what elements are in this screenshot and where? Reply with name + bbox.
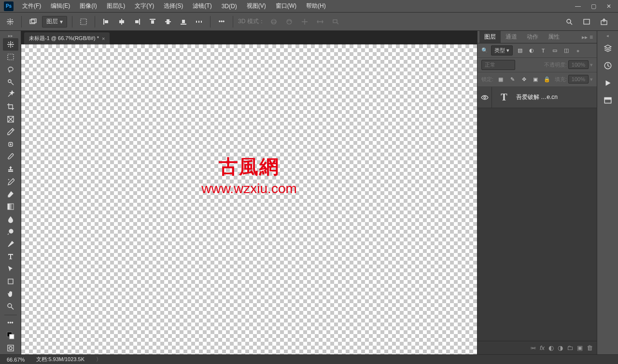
crop-tool[interactable] (3, 100, 18, 113)
adjustment-layer-icon[interactable]: ◑ (558, 344, 563, 351)
menu-3d[interactable]: 3D(D) (217, 1, 242, 12)
3d-roll-icon[interactable] (283, 15, 295, 28)
layer-mask-icon[interactable]: ◐ (548, 344, 554, 351)
lock-artboard-icon[interactable]: ▣ (531, 75, 540, 84)
panel-collapse-icon[interactable]: ▸▸ (582, 34, 588, 41)
marquee-tool[interactable] (3, 51, 18, 63)
frame-tool[interactable] (3, 113, 18, 126)
filter-smart-icon[interactable]: ◫ (562, 46, 571, 55)
window-close-button[interactable]: ✕ (602, 1, 616, 11)
menu-filter[interactable]: 滤镜(T) (188, 0, 216, 12)
lock-brush-icon[interactable]: ✎ (508, 75, 517, 84)
tab-actions[interactable]: 动作 (522, 31, 543, 43)
new-layer-icon[interactable]: ▣ (577, 344, 583, 351)
eyedropper-tool[interactable] (3, 126, 18, 138)
history-brush-tool[interactable] (3, 175, 18, 188)
collapsed-properties-icon[interactable] (600, 93, 616, 108)
layer-group-icon[interactable]: 🗀 (567, 344, 573, 351)
auto-select-dropdown[interactable]: 图层▾ (42, 16, 67, 28)
window-maximize-button[interactable]: ▢ (586, 1, 601, 11)
share-icon[interactable] (598, 15, 610, 28)
filter-search-icon[interactable]: 🔍 (481, 47, 488, 54)
menu-layer[interactable]: 图层(L) (102, 0, 130, 12)
toolbar-collapse-toggle[interactable]: ▸▸ (0, 33, 21, 38)
auto-select-icon[interactable] (27, 15, 39, 28)
current-tool-icon[interactable] (4, 15, 16, 28)
tab-properties[interactable]: 属性 (543, 31, 564, 43)
path-select-tool[interactable] (3, 263, 18, 275)
link-layers-icon[interactable]: ⫘ (530, 344, 536, 351)
lock-position-icon[interactable]: ✥ (520, 75, 528, 84)
gradient-tool[interactable] (3, 200, 18, 213)
color-swatches[interactable] (3, 329, 18, 342)
3d-pan-icon[interactable] (298, 15, 311, 28)
lock-pixels-icon[interactable]: ▦ (496, 75, 505, 84)
3d-orbit-icon[interactable] (267, 15, 280, 28)
align-right-icon[interactable] (131, 15, 143, 28)
document-tab-close-icon[interactable]: × (102, 36, 105, 42)
collapsed-bar-toggle[interactable]: ◂ (597, 33, 618, 39)
quick-select-tool[interactable] (3, 76, 18, 88)
panel-menu-icon[interactable]: ≡ (590, 34, 593, 41)
status-menu-icon[interactable]: 〉 (96, 356, 101, 363)
menu-image[interactable]: 图像(I) (75, 0, 101, 12)
edit-toolbar-icon[interactable]: ••• (3, 317, 18, 330)
more-options-icon[interactable]: ••• (215, 15, 228, 28)
filter-type-dropdown[interactable]: 类型 ▾ (491, 45, 513, 56)
move-tool[interactable] (3, 38, 18, 51)
delete-layer-icon[interactable]: 🗑 (587, 344, 593, 351)
menu-help[interactable]: 帮助(H) (301, 0, 331, 12)
layer-name[interactable]: 吾爱破解 …e.cn (516, 93, 558, 101)
align-hcenter-icon[interactable] (115, 15, 128, 28)
fill-value[interactable]: 100% (568, 75, 589, 84)
window-minimize-button[interactable]: — (571, 1, 585, 11)
search-icon[interactable] (563, 15, 576, 28)
menu-view[interactable]: 视图(V) (242, 0, 271, 12)
filter-type-icon[interactable]: T (539, 46, 548, 55)
menu-file[interactable]: 文件(F) (17, 0, 46, 12)
quick-mask-toggle[interactable] (3, 342, 18, 354)
filter-pixel-icon[interactable]: ▧ (516, 46, 524, 55)
document-tab[interactable]: 未标题-1 @ 66.7%(RGB/8#) * × (24, 32, 110, 44)
shape-tool[interactable] (3, 275, 18, 288)
transform-controls-toggle[interactable] (77, 15, 90, 28)
collapsed-history-icon[interactable] (600, 58, 616, 73)
dodge-tool[interactable] (3, 225, 18, 238)
brush-tool[interactable] (3, 151, 18, 163)
distribute-icon[interactable] (193, 15, 205, 28)
3d-zoom-icon[interactable] (329, 15, 342, 28)
lasso-tool[interactable] (3, 63, 18, 76)
canvas[interactable]: 古風網 www.wzxiu.com (21, 44, 477, 354)
eraser-tool[interactable] (3, 188, 18, 200)
align-left-icon[interactable] (100, 15, 112, 28)
zoom-tool[interactable] (3, 300, 18, 313)
layer-visibility-toggle[interactable] (478, 87, 492, 108)
clone-stamp-tool[interactable] (3, 163, 18, 176)
filter-shape-icon[interactable]: ▭ (550, 46, 559, 55)
menu-edit[interactable]: 编辑(E) (46, 0, 75, 12)
align-vcenter-icon[interactable] (162, 15, 174, 28)
layer-fx-icon[interactable]: fx (540, 344, 545, 351)
lock-all-icon[interactable]: 🔒 (543, 75, 551, 84)
tab-channels[interactable]: 通道 (501, 31, 522, 43)
status-zoom[interactable]: 66.67% (7, 357, 25, 363)
type-tool[interactable] (3, 250, 18, 263)
menu-window[interactable]: 窗口(W) (271, 0, 301, 12)
3d-slide-icon[interactable] (314, 15, 326, 28)
screenmode-icon[interactable] (580, 15, 593, 28)
align-top-icon[interactable] (146, 15, 159, 28)
tab-layers[interactable]: 图层 (479, 31, 501, 43)
magic-wand-tool[interactable] (3, 88, 18, 100)
pen-tool[interactable] (3, 238, 18, 251)
blur-tool[interactable] (3, 213, 18, 225)
hand-tool[interactable] (3, 288, 18, 300)
layer-item[interactable]: T 吾爱破解 …e.cn (478, 87, 597, 108)
opacity-value[interactable]: 100% (568, 60, 589, 69)
menu-select[interactable]: 选择(S) (159, 0, 188, 12)
filter-toggle-icon[interactable]: ● (574, 46, 582, 55)
collapsed-actions-icon[interactable] (600, 75, 616, 91)
spot-heal-tool[interactable] (3, 138, 18, 151)
blend-mode-dropdown[interactable]: 正常 (481, 60, 515, 70)
menu-type[interactable]: 文字(Y) (130, 0, 159, 12)
filter-adjust-icon[interactable]: ◐ (527, 46, 536, 55)
